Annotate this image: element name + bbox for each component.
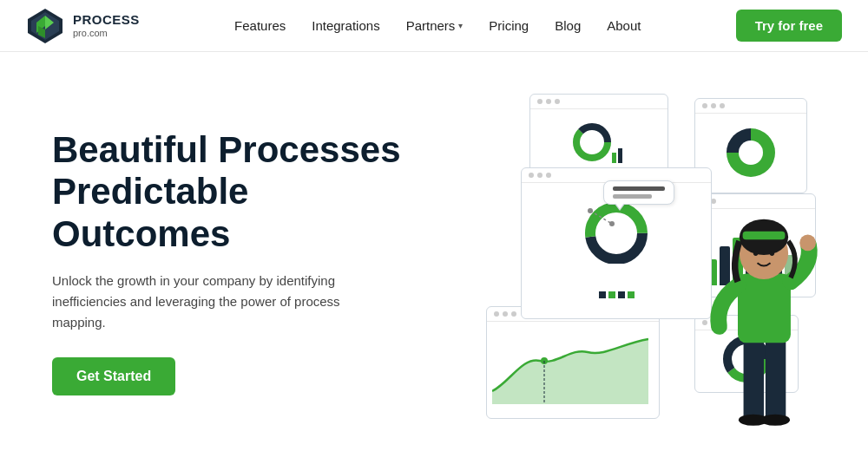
nav-item-partners[interactable]: Partners ▾ [406,18,464,33]
nav-item-pricing[interactable]: Pricing [489,18,529,34]
dot-1 [537,99,542,104]
pie-chart-top [720,122,781,179]
donut-chart-small [573,118,625,166]
svg-point-32 [753,251,759,256]
svg-rect-23 [744,338,764,420]
nav-item-about[interactable]: About [607,18,641,34]
pixel-square [628,291,635,298]
hero-section: Beautiful Processes Predictable Outcomes… [0,52,868,464]
svg-rect-27 [738,273,791,343]
pixel-square [608,291,615,298]
hero-body: Unlock the growth in your company by ide… [52,271,347,333]
nav-item-blog[interactable]: Blog [555,18,581,34]
dot-3 [555,99,560,104]
hero-headline: Beautiful Processes Predictable Outcomes [52,129,417,255]
svg-point-26 [760,414,790,425]
area-chart-bottom [492,330,648,404]
chevron-down-icon: ▾ [458,21,463,30]
dashboard-card-bottom-bars [486,306,660,419]
svg-point-11 [739,141,763,165]
svg-rect-8 [612,153,616,163]
tooltip-bubble [603,180,674,205]
nav-links: Features Integrations Partners ▾ Pricing… [234,18,641,34]
try-for-free-button[interactable]: Try for free [736,10,842,42]
nav-item-integrations[interactable]: Integrations [312,18,379,34]
person-illustration [703,176,825,436]
svg-rect-31 [743,231,786,239]
logo-icon [26,7,64,45]
pixel-square [618,291,625,298]
svg-rect-24 [766,338,786,420]
logo-text: PROCESS pro.com [73,13,140,38]
svg-point-28 [799,234,816,251]
get-started-button[interactable]: Get Started [52,357,175,395]
pixel-square [599,291,606,298]
navbar: PROCESS pro.com Features Integrations Pa… [0,0,868,52]
hero-text: Beautiful Processes Predictable Outcomes… [52,129,417,395]
svg-rect-9 [618,148,622,163]
dot-2 [546,99,551,104]
svg-point-33 [770,251,775,256]
nav-item-features[interactable]: Features [234,18,286,34]
dashboard-mockup [417,89,816,436]
hero-illustration [417,78,816,447]
logo[interactable]: PROCESS pro.com [26,7,140,45]
